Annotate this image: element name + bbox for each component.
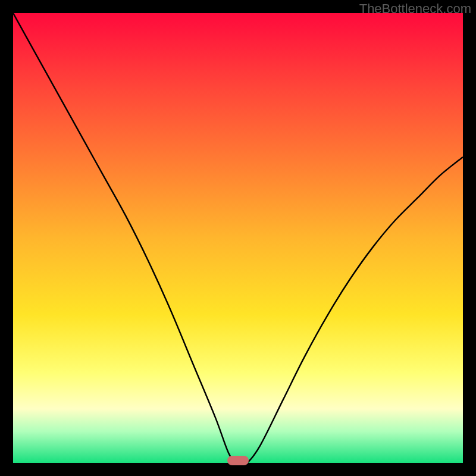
chart-container: TheBottleneck.com [0,0,476,476]
watermark-text: TheBottleneck.com [359,1,471,17]
optimal-marker [227,456,249,465]
plot-area [13,13,463,463]
bottleneck-curve [13,13,463,463]
